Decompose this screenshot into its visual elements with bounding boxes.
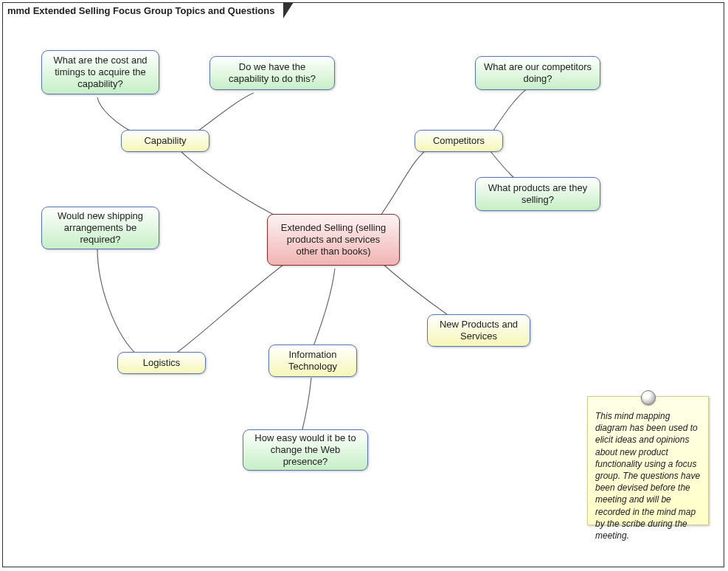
topic-info-tech-label: Information Technology [277,349,349,373]
sticky-note-text: This mind mapping diagram has been used … [595,411,700,541]
diagram-title: mmd Extended Selling Focus Group Topics … [7,5,274,16]
question-shipping-label: Would new shipping arrangements be requi… [49,210,151,246]
question-competitors-doing[interactable]: What are our competitors doing? [475,56,600,90]
question-competitors-products[interactable]: What products are they selling? [475,177,600,211]
question-cost-timing-label: What are the cost and timings to acquire… [49,55,151,91]
question-competitors-doing-label: What are our competitors doing? [483,61,592,86]
diagram-title-tab: mmd Extended Selling Focus Group Topics … [2,2,283,18]
diagram-frame: mmd Extended Selling Focus Group Topics … [2,2,724,567]
topic-new-products-label: New Products and Services [435,319,522,343]
topic-competitors[interactable]: Competitors [415,130,503,152]
central-node-label: Extended Selling (selling products and s… [275,222,392,258]
topic-new-products[interactable]: New Products and Services [427,314,530,347]
central-node[interactable]: Extended Selling (selling products and s… [267,214,400,266]
question-web-presence-label: How easy would it be to change the Web p… [251,432,360,468]
question-cost-timing[interactable]: What are the cost and timings to acquire… [41,50,159,94]
question-competitors-products-label: What products are they selling? [483,182,592,207]
sticky-note[interactable]: This mind mapping diagram has been used … [587,396,709,525]
question-have-capability[interactable]: Do we have the capability to do this? [209,56,335,90]
topic-logistics[interactable]: Logistics [117,352,206,374]
question-have-capability-label: Do we have the capability to do this? [218,61,327,86]
pin-icon [641,390,656,405]
topic-logistics-label: Logistics [143,357,181,369]
question-web-presence[interactable]: How easy would it be to change the Web p… [243,429,368,471]
topic-capability-label: Capability [144,135,186,147]
topic-info-tech[interactable]: Information Technology [268,345,357,377]
topic-capability[interactable]: Capability [121,130,209,152]
topic-competitors-label: Competitors [433,135,485,147]
question-shipping[interactable]: Would new shipping arrangements be requi… [41,207,159,249]
